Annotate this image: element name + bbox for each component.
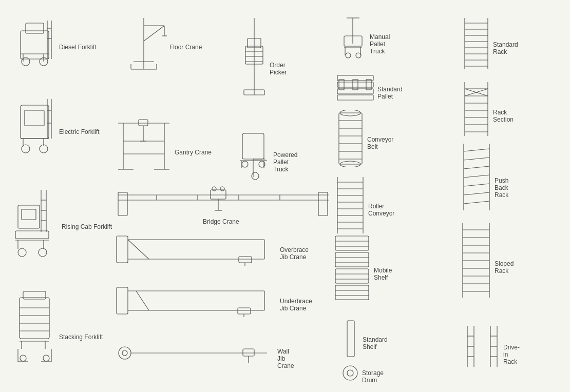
floor-crane-icon	[118, 15, 169, 77]
svg-line-52	[144, 26, 164, 41]
drive-in-rack-label: Drive-in Rack	[503, 344, 520, 365]
overbrace-jib-crane-label: Overbrace Jib Crane	[280, 246, 309, 261]
rack-section-item: Rack Section	[462, 80, 490, 140]
svg-point-48	[20, 355, 26, 361]
underbrace-jib-crane-label: Underbrace Jib Crane	[280, 298, 312, 312]
svg-rect-1	[26, 23, 44, 33]
push-back-rack-item: Push Back Rack	[461, 141, 492, 214]
push-back-rack-icon	[461, 141, 492, 213]
underbrace-jib-crane-icon	[116, 285, 280, 318]
sloped-rack-label: Sloped Rack	[495, 260, 514, 275]
bridge-crane-icon	[116, 182, 331, 223]
svg-point-123	[346, 53, 351, 58]
svg-line-190	[464, 158, 489, 160]
svg-point-164	[343, 366, 357, 380]
svg-rect-12	[25, 110, 44, 126]
diesel-forklift-icon	[15, 15, 56, 72]
roller-conveyor-icon	[335, 174, 366, 236]
wall-jib-crane-item: Wall Jib Crane	[116, 339, 275, 368]
underbrace-jib-crane-item: Underbrace Jib Crane	[116, 285, 280, 320]
svg-rect-94	[238, 308, 251, 314]
sloped-rack-icon	[460, 221, 492, 300]
diagram-area: Diesel Forklift Electric Forklift	[0, 0, 570, 392]
svg-rect-131	[337, 95, 373, 100]
svg-rect-0	[21, 31, 49, 59]
mobile-shelf-item: Mobile Shelf	[333, 233, 371, 304]
electric-forklift-label: Electric Forklift	[59, 128, 100, 135]
standard-pallet-item: Standard Pallet	[336, 74, 375, 104]
storage-drum-label: Storage Drum	[362, 369, 384, 384]
svg-line-194	[464, 192, 489, 195]
svg-point-96	[119, 347, 131, 359]
standard-shelf-label: Standard Shelf	[363, 336, 388, 350]
electric-forklift-icon	[15, 95, 56, 156]
svg-rect-87	[239, 257, 252, 263]
overbrace-jib-crane-item: Overbrace Jib Crane	[116, 233, 280, 268]
mobile-shelf-label: Mobile Shelf	[374, 267, 392, 281]
svg-line-85	[128, 240, 149, 259]
order-picker-item: Order Picker	[241, 15, 267, 99]
powered-pallet-truck-icon	[237, 131, 271, 182]
svg-rect-129	[353, 80, 358, 90]
svg-rect-72	[318, 192, 328, 215]
rack-section-icon	[462, 80, 490, 139]
svg-point-20	[22, 145, 30, 153]
overbrace-jib-crane-icon	[116, 233, 280, 267]
rising-cab-forklift-icon	[13, 185, 59, 262]
manual-pallet-truck-item: Manual Pallet Truck	[339, 15, 367, 63]
svg-line-193	[464, 184, 489, 186]
svg-rect-73	[211, 190, 226, 199]
drive-in-rack-icon	[465, 323, 501, 369]
wall-jib-crane-icon	[116, 339, 275, 367]
mobile-shelf-icon	[333, 233, 371, 303]
svg-line-191	[464, 166, 489, 169]
svg-point-114	[242, 161, 248, 167]
rack-section-label: Rack Section	[493, 109, 514, 123]
storage-drum-icon	[341, 364, 359, 382]
svg-rect-29	[22, 209, 36, 220]
conveyor-belt-icon	[336, 110, 365, 167]
order-picker-label: Order Picker	[270, 62, 287, 76]
svg-rect-160	[335, 285, 369, 300]
svg-rect-40	[23, 291, 46, 299]
svg-line-189	[464, 149, 489, 151]
diesel-forklift-label: Diesel Forklift	[59, 44, 97, 51]
wall-jib-crane-label: Wall Jib Crane	[277, 348, 294, 369]
roller-conveyor-item: Roller Conveyor	[335, 174, 366, 238]
svg-rect-99	[243, 349, 254, 356]
svg-rect-89	[117, 287, 128, 314]
gantry-crane-item: Gantry Crane	[116, 103, 172, 181]
bridge-crane-item: Bridge Crane	[116, 182, 331, 225]
svg-point-165	[347, 370, 353, 376]
standard-rack-item: Standard Rack	[462, 15, 490, 73]
svg-line-92	[136, 291, 149, 310]
sloped-rack-item: Sloped Rack	[460, 221, 492, 302]
svg-rect-128	[339, 80, 344, 90]
roller-conveyor-label: Roller Conveyor	[368, 203, 394, 217]
gantry-crane-icon	[116, 103, 172, 180]
floor-crane-item: Floor Crane	[118, 15, 169, 79]
diesel-forklift-item: Diesel Forklift	[15, 15, 56, 73]
svg-line-192	[464, 175, 489, 178]
svg-point-74	[212, 187, 216, 191]
powered-pallet-truck-item: Powered Pallet Truck	[237, 131, 271, 184]
svg-line-195	[464, 201, 489, 204]
conveyor-belt-item: Conveyor Belt	[336, 110, 365, 168]
svg-rect-157	[335, 269, 369, 283]
conveyor-belt-label: Conveyor Belt	[367, 136, 393, 150]
floor-crane-label: Floor Crane	[169, 44, 202, 51]
svg-point-97	[122, 350, 127, 356]
standard-pallet-label: Standard Pallet	[377, 86, 403, 100]
bridge-crane-label: Bridge Crane	[203, 218, 239, 225]
svg-rect-71	[118, 192, 127, 215]
svg-rect-82	[117, 236, 128, 263]
push-back-rack-label: Push Back Rack	[495, 177, 508, 199]
svg-rect-35	[20, 298, 49, 339]
manual-pallet-truck-label: Manual Pallet Truck	[370, 33, 390, 55]
svg-rect-108	[242, 133, 264, 159]
svg-rect-126	[337, 82, 373, 87]
rising-cab-forklift-item: Rising Cab Forklift	[13, 185, 59, 263]
standard-rack-label: Standard Rack	[493, 41, 518, 55]
standard-shelf-item: Standard Shelf	[343, 318, 358, 361]
svg-rect-163	[347, 321, 354, 357]
